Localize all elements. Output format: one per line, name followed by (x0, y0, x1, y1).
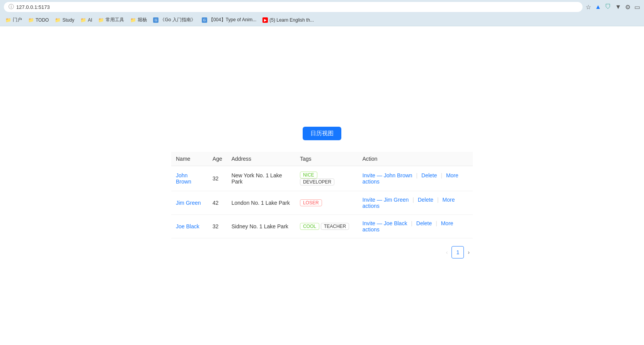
bookmark-label: 门户 (13, 17, 22, 23)
prev-page-button[interactable]: ‹ (445, 248, 450, 257)
tag-cool: COOL (300, 223, 319, 230)
address-text: 127.0.0.1:5173 (16, 4, 50, 10)
sep2: | (441, 172, 442, 178)
tags-cell: NICEDEVELOPER (295, 166, 358, 191)
table-container: Name Age Address Tags Action John Brown3… (171, 152, 473, 258)
bookmark-anim[interactable]: G 【004】Type of Anim... (199, 16, 259, 24)
sep1: | (412, 197, 414, 203)
age-cell: 32 (208, 215, 227, 238)
bookmark-label: 《Go 入门指南》 (160, 17, 195, 23)
age-cell: 42 (208, 191, 227, 215)
delete-link[interactable]: Delete (418, 197, 433, 203)
delete-link[interactable]: Delete (421, 172, 437, 178)
info-icon: ⓘ (9, 3, 14, 10)
name-link[interactable]: John Brown (176, 172, 191, 185)
bookmark-label: AI (88, 17, 92, 23)
folder-icon: 📁 (55, 17, 61, 23)
table-header-row: Name Age Address Tags Action (171, 152, 473, 166)
tag-developer: DEVELOPER (300, 178, 334, 185)
bookmark-study[interactable]: 📁 Study (53, 17, 77, 24)
bookmark-youtube[interactable]: ▶ (5) Learn English th... (260, 17, 316, 24)
extension-icon[interactable]: ⛉ (605, 3, 611, 10)
page-1-button[interactable]: 1 (451, 246, 464, 258)
folder-icon: 📁 (5, 17, 11, 23)
address-bar[interactable]: ⓘ 127.0.0.1:5173 (4, 2, 583, 12)
folder-icon: 📁 (28, 17, 34, 23)
tag-teacher: TEACHER (321, 223, 349, 230)
bookmarks-bar: 📁 门户 📁 TODO 📁 Study 📁 AI 📁 常用工具 📁 堀杨 G 《… (0, 14, 644, 26)
invite-link[interactable]: Invite — John Brown (362, 172, 412, 178)
maximize-icon[interactable]: ▭ (634, 3, 640, 11)
folder-icon: 📁 (98, 17, 104, 23)
col-name: Name (171, 152, 208, 166)
tag-nice: NICE (300, 172, 317, 178)
dropdown-icon[interactable]: ▼ (615, 3, 621, 10)
go-favicon: G (153, 17, 158, 23)
sep2: | (437, 197, 439, 203)
action-cell: Invite — John Brown | Delete | More acti… (358, 166, 473, 191)
delete-link[interactable]: Delete (416, 220, 432, 226)
sep2: | (436, 220, 437, 226)
table-row: Joe Black32Sidney No. 1 Lake ParkCOOLTEA… (171, 215, 473, 238)
bookmark-go-guide[interactable]: G 《Go 入门指南》 (151, 16, 198, 24)
name-link[interactable]: Jim Green (176, 200, 201, 206)
address-cell: Sidney No. 1 Lake Park (227, 215, 295, 238)
address-cell: London No. 1 Lake Park (227, 191, 295, 215)
next-page-button[interactable]: › (466, 248, 471, 257)
bookmark-ai[interactable]: 📁 AI (78, 17, 94, 24)
tag-loser: LOSER (300, 199, 322, 206)
folder-icon: 📁 (130, 17, 136, 23)
table-row: John Brown32New York No. 1 Lake ParkNICE… (171, 166, 473, 191)
bookmark-portal[interactable]: 📁 门户 (3, 16, 24, 24)
address-cell: New York No. 1 Lake Park (227, 166, 295, 191)
invite-link[interactable]: Invite — Jim Green (362, 197, 409, 203)
invite-link[interactable]: Invite — Joe Black (362, 220, 407, 226)
tags-cell: COOLTEACHER (295, 215, 358, 238)
sep1: | (411, 220, 412, 226)
bookmark-todo[interactable]: 📁 TODO (26, 17, 51, 24)
bookmark-label: 常用工具 (106, 17, 124, 23)
action-cell: Invite — Jim Green | Delete | More actio… (358, 191, 473, 215)
bookmark-label: (5) Learn English th... (269, 17, 314, 23)
pagination: ‹ 1 › (171, 246, 473, 258)
bookmark-label: 堀杨 (138, 17, 147, 23)
settings-icon[interactable]: ⚙ (625, 3, 630, 11)
age-cell: 32 (208, 166, 227, 191)
star-icon[interactable]: ☆ (586, 3, 591, 11)
tags-cell: LOSER (295, 191, 358, 215)
browser-chrome: ⓘ 127.0.0.1:5173 ☆ ▲ ⛉ ▼ ⚙ ▭ 📁 门户 📁 TODO… (0, 0, 644, 26)
action-cell: Invite — Joe Black | Delete | More actio… (358, 215, 473, 238)
address-bar-row: ⓘ 127.0.0.1:5173 ☆ ▲ ⛉ ▼ ⚙ ▭ (0, 0, 644, 14)
bookmark-label: TODO (36, 17, 49, 23)
col-address: Address (227, 152, 295, 166)
data-table: Name Age Address Tags Action John Brown3… (171, 152, 473, 238)
shield-icon[interactable]: ▲ (595, 3, 601, 10)
bookmark-duyang[interactable]: 📁 堀杨 (128, 16, 149, 24)
calendar-button[interactable]: 日历视图 (303, 127, 341, 140)
col-tags: Tags (295, 152, 358, 166)
go-favicon-2: G (202, 17, 207, 23)
col-action: Action (358, 152, 473, 166)
bookmark-label: 【004】Type of Anim... (209, 17, 256, 23)
col-age: Age (208, 152, 227, 166)
page-content: 日历视图 Name Age Address Tags Action John B… (0, 26, 644, 345)
browser-icons: ☆ ▲ ⛉ ▼ ⚙ ▭ (586, 3, 640, 11)
bookmark-label: Study (62, 17, 74, 23)
table-row: Jim Green42London No. 1 Lake ParkLOSER I… (171, 191, 473, 215)
name-link[interactable]: Joe Black (176, 223, 199, 229)
folder-icon: 📁 (80, 17, 86, 23)
bookmark-tools[interactable]: 📁 常用工具 (96, 16, 126, 24)
yt-favicon: ▶ (262, 17, 268, 23)
sep1: | (416, 172, 418, 178)
